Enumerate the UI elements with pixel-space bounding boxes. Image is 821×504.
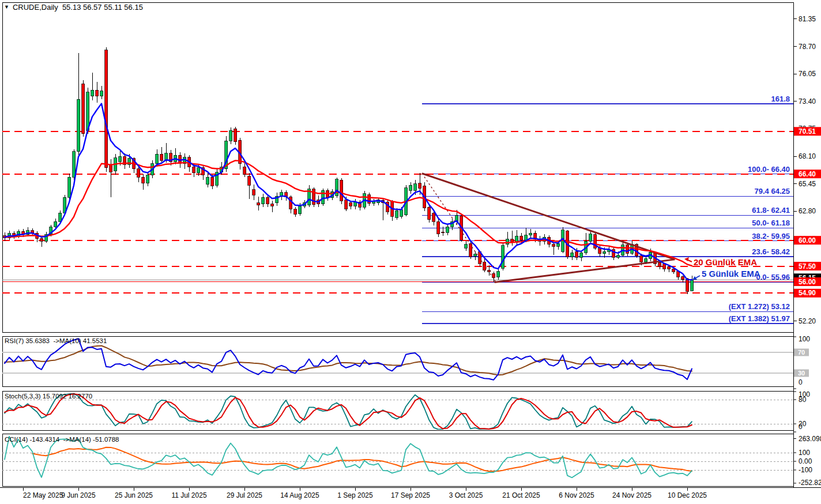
svg-text:24 Nov 2025: 24 Nov 2025 bbox=[612, 491, 651, 499]
svg-text:76.05: 76.05 bbox=[799, 70, 816, 78]
svg-text:100.0- 66.40: 100.0- 66.40 bbox=[748, 165, 790, 174]
svg-text:62.80: 62.80 bbox=[799, 207, 816, 215]
price-badge: 70.51 bbox=[794, 127, 821, 136]
price-badge: 66.40 bbox=[794, 170, 821, 178]
price-badge: 56.00 bbox=[794, 277, 821, 286]
svg-text:61.8- 62.41: 61.8- 62.41 bbox=[752, 206, 790, 215]
svg-text:22 May 2025: 22 May 2025 bbox=[23, 491, 63, 499]
svg-text:161.8: 161.8 bbox=[771, 95, 790, 103]
svg-text:0: 0 bbox=[799, 378, 803, 386]
svg-text:70.51: 70.51 bbox=[799, 127, 816, 136]
svg-text:6 Nov 2025: 6 Nov 2025 bbox=[559, 491, 594, 499]
svg-text:14 Aug 2025: 14 Aug 2025 bbox=[280, 491, 319, 499]
svg-text:0.00: 0.00 bbox=[799, 457, 812, 465]
stoch-panel: 10080200 bbox=[2, 390, 810, 432]
svg-text:10 Dec 2025: 10 Dec 2025 bbox=[668, 491, 707, 499]
svg-text:38.2- 59.95: 38.2- 59.95 bbox=[752, 232, 790, 240]
svg-text:73.40: 73.40 bbox=[799, 97, 816, 106]
svg-text:(EXT 1.382) 51.97: (EXT 1.382) 51.97 bbox=[729, 314, 790, 323]
price-chart[interactable]: 161.8100.0- 66.4079.4 64.2561.8- 62.4150… bbox=[0, 0, 821, 504]
svg-text:54.90: 54.90 bbox=[799, 289, 816, 297]
svg-text:0: 0 bbox=[799, 423, 803, 431]
svg-text:17 Sep 2025: 17 Sep 2025 bbox=[391, 491, 430, 499]
price-badge: 60.00 bbox=[794, 236, 821, 245]
svg-text:70: 70 bbox=[798, 349, 805, 356]
svg-text:65.45: 65.45 bbox=[799, 180, 816, 188]
price-badge: 54.90 bbox=[794, 289, 821, 298]
svg-text:(EXT 1.272) 53.12: (EXT 1.272) 53.12 bbox=[729, 302, 790, 311]
svg-text:60.00: 60.00 bbox=[799, 236, 816, 245]
svg-text:29 Jul 2025: 29 Jul 2025 bbox=[227, 491, 262, 499]
rsi-panel: 10070300 bbox=[2, 335, 810, 389]
svg-text:81.35: 81.35 bbox=[799, 15, 816, 23]
svg-text:78.70: 78.70 bbox=[799, 43, 816, 51]
svg-text:100: 100 bbox=[799, 335, 810, 343]
date-axis: 22 May 20259 Jun 202525 Jun 202511 Jul 2… bbox=[23, 487, 707, 499]
svg-text:25 Jun 2025: 25 Jun 2025 bbox=[115, 491, 153, 499]
svg-text:23.6- 58.42: 23.6- 58.42 bbox=[752, 247, 790, 256]
svg-text:21 Oct 2025: 21 Oct 2025 bbox=[502, 491, 540, 499]
price-badge: 57.50 bbox=[794, 262, 821, 270]
svg-text:100: 100 bbox=[799, 449, 810, 457]
svg-text:66.40: 66.40 bbox=[799, 170, 816, 178]
svg-text:30: 30 bbox=[798, 370, 805, 377]
svg-text:263.098: 263.098 bbox=[799, 435, 821, 443]
svg-text:-100: -100 bbox=[799, 466, 812, 474]
mt4-chart-window: { "header": { "collapse_icon": "▼", "sym… bbox=[0, 0, 821, 504]
fibonacci-levels: 161.8100.0- 66.4079.4 64.2561.8- 62.4150… bbox=[422, 95, 793, 324]
svg-text:52.20: 52.20 bbox=[799, 317, 816, 325]
svg-text:57.50: 57.50 bbox=[799, 262, 816, 270]
cci-panel: 263.0981000.00-100-252.825 bbox=[2, 435, 821, 487]
svg-text:3 Oct 2025: 3 Oct 2025 bbox=[449, 491, 483, 499]
svg-text:11 Jul 2025: 11 Jul 2025 bbox=[171, 491, 206, 499]
svg-text:56.00: 56.00 bbox=[799, 278, 816, 286]
svg-text:9 Jun 2025: 9 Jun 2025 bbox=[61, 491, 96, 499]
svg-text:79.4 64.25: 79.4 64.25 bbox=[755, 187, 790, 195]
svg-text:80: 80 bbox=[799, 396, 807, 404]
svg-text:-252.825: -252.825 bbox=[799, 479, 821, 487]
svg-text:50.0- 61.18: 50.0- 61.18 bbox=[752, 219, 790, 227]
svg-text:1 Sep 2025: 1 Sep 2025 bbox=[337, 491, 373, 499]
ema20-line bbox=[5, 160, 692, 266]
ema5-line bbox=[5, 104, 692, 280]
svg-text:68.10: 68.10 bbox=[799, 152, 816, 160]
